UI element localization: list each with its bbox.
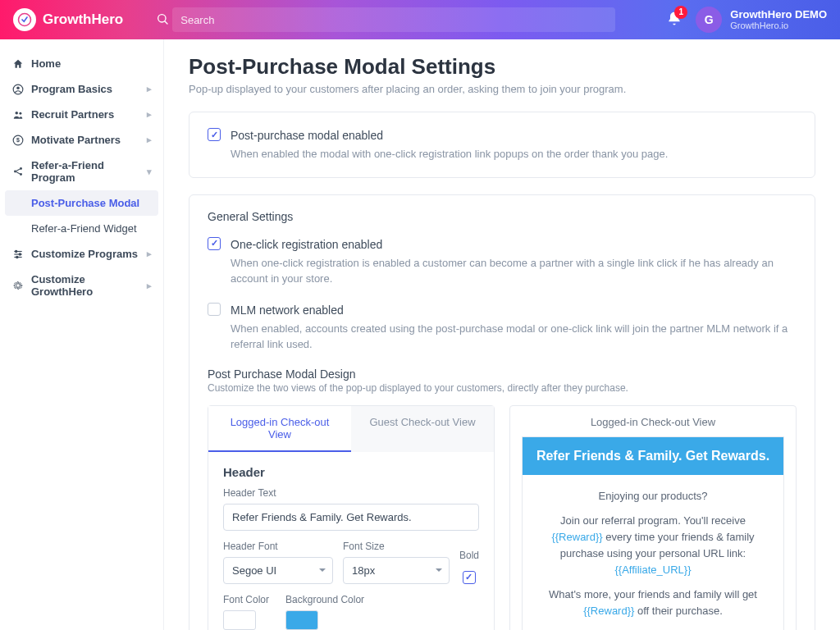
user-menu[interactable]: G GrowthHero DEMO GrowthHero.io [696, 7, 827, 33]
main-content: Post-Purchase Modal Settings Pop-up disp… [164, 39, 840, 630]
dollar-icon: $ [11, 135, 25, 146]
token-reward: {{Reward}} [551, 531, 602, 543]
sidebar-item-label: Home [31, 57, 61, 70]
sidebar-subitem-refer-widget[interactable]: Refer-a-Friend Widget [5, 216, 158, 241]
label-font-size: Font Size [343, 541, 450, 552]
preview-line-1: Enjoying our products? [534, 488, 772, 504]
sliders-icon [11, 249, 25, 260]
checkbox-label: One-click registration enabled [231, 236, 797, 253]
sidebar-item-label: Recruit Partners [31, 108, 114, 121]
sidebar-item-label: Refer-a-Friend Program [31, 159, 140, 184]
swatch-bg-color[interactable] [285, 610, 318, 630]
sidebar-item-label: Customize GrowthHero [31, 273, 140, 298]
chevron-right-icon: ▸ [147, 281, 152, 291]
svg-line-13 [16, 172, 21, 174]
search-wrap [156, 7, 615, 32]
svg-point-5 [16, 111, 19, 114]
label-font-color: Font Color [223, 594, 269, 605]
user-circle-icon [11, 84, 25, 95]
sidebar-item-recruit-partners[interactable]: Recruit Partners ▸ [5, 102, 158, 127]
tab-guest-view[interactable]: Guest Check-out View [351, 406, 494, 452]
page-subtitle: Pop-up displayed to your customers after… [189, 83, 815, 95]
tab-logged-in-view[interactable]: Logged-in Check-out View [208, 406, 351, 452]
preview-title: Logged-in Check-out View [522, 416, 784, 428]
search-input[interactable] [172, 7, 615, 32]
users-icon [11, 109, 25, 121]
user-name: GrowthHero DEMO [730, 8, 827, 21]
avatar: G [696, 7, 722, 33]
label-header-text: Header Text [223, 487, 479, 499]
design-subheading: Customize the two views of the pop-up di… [208, 382, 797, 394]
chevron-right-icon: ▸ [147, 249, 152, 259]
user-subdomain: GrowthHero.io [730, 21, 827, 31]
chevron-down-icon: ▾ [147, 167, 152, 177]
label-bold: Bold [459, 550, 479, 561]
checkbox-description: When one-click registration is enabled a… [231, 255, 797, 287]
group-header: Header [223, 465, 479, 479]
swatch-font-color[interactable] [223, 610, 256, 630]
checkbox-label: MLM network enabled [231, 302, 797, 319]
sidebar-item-label: Program Basics [31, 83, 112, 95]
select-header-font[interactable]: Segoe UI [223, 557, 333, 584]
svg-point-17 [16, 250, 17, 252]
input-header-text[interactable] [223, 504, 479, 531]
section-heading: General Settings [208, 210, 797, 223]
logo[interactable]: GrowthHero [13, 8, 123, 31]
share-icon [11, 166, 25, 177]
top-bar: GrowthHero 1 G GrowthHero DEMO GrowthHer… [0, 0, 840, 39]
card-general-settings: General Settings One-click registration … [189, 194, 815, 631]
sidebar-item-label: Refer-a-Friend Widget [31, 222, 137, 235]
sidebar-subitem-post-purchase-modal[interactable]: Post-Purchase Modal [5, 190, 158, 216]
design-heading: Post Purchase Modal Design [208, 368, 797, 381]
chevron-right-icon: ▸ [147, 109, 152, 120]
label-bg-color: Background Color [285, 594, 364, 605]
svg-point-19 [16, 256, 18, 258]
svg-text:$: $ [16, 137, 20, 144]
sidebar-item-customize-growthhero[interactable]: Customize GrowthHero ▸ [5, 267, 158, 304]
sidebar-item-motivate-partners[interactable]: $ Motivate Partners ▸ [5, 127, 158, 153]
preview-line-2: Join our referral program. You'll receiv… [534, 513, 772, 579]
page-title: Post-Purchase Modal Settings [189, 54, 815, 80]
preview-body: Enjoying our products? Join our referral… [523, 475, 783, 631]
svg-point-6 [19, 112, 21, 114]
search-icon [156, 12, 169, 28]
svg-line-2 [165, 21, 167, 24]
logo-text: GrowthHero [43, 11, 123, 28]
design-tabs: Logged-in Check-out View Guest Check-out… [208, 406, 494, 452]
topbar-right: 1 G GrowthHero DEMO GrowthHero.io [666, 7, 827, 33]
sidebar-item-customize-programs[interactable]: Customize Programs ▸ [5, 241, 158, 267]
notifications-button[interactable]: 1 [666, 11, 682, 30]
home-icon [11, 58, 25, 70]
design-preview: Logged-in Check-out View Refer Friends &… [509, 405, 797, 631]
design-editor: Logged-in Check-out View Guest Check-out… [208, 405, 495, 631]
token-reward: {{Reward}} [583, 605, 634, 617]
notification-badge: 1 [674, 6, 687, 19]
checkbox-mlm-network[interactable] [208, 303, 221, 316]
checkbox-bold[interactable] [463, 571, 476, 584]
label-header-font: Header Font [223, 541, 333, 552]
sidebar-item-refer-a-friend[interactable]: Refer-a-Friend Program ▾ [5, 153, 158, 190]
checkbox-description: When enabled, accounts created using the… [231, 321, 797, 353]
checkbox-modal-enabled[interactable] [208, 128, 221, 141]
preview-line-3: What's more, your friends and family wil… [534, 587, 772, 619]
checkbox-label: Post-purchase modal enabled [231, 127, 668, 144]
input-font-size[interactable]: 18px [343, 557, 450, 584]
preview-header: Refer Friends & Family. Get Rewards. [523, 437, 783, 475]
checkbox-oneclick-registration[interactable] [208, 237, 221, 250]
logo-icon [13, 8, 36, 31]
card-modal-enabled: Post-purchase modal enabled When enabled… [189, 112, 815, 178]
chevron-right-icon: ▸ [147, 84, 152, 94]
sidebar: Home Program Basics ▸ Recruit Partners ▸… [0, 39, 164, 630]
sidebar-item-label: Customize Programs [31, 248, 138, 260]
sidebar-item-home[interactable]: Home [5, 51, 158, 76]
checkbox-description: When enabled the modal with one-click re… [231, 146, 668, 162]
svg-point-4 [16, 86, 20, 89]
gear-icon [11, 280, 25, 291]
sidebar-item-label: Motivate Partners [31, 134, 121, 146]
sidebar-item-label: Post-Purchase Modal [31, 197, 139, 209]
sidebar-item-program-basics[interactable]: Program Basics ▸ [5, 76, 158, 102]
token-affiliate-url: {{Affiliate_URL}} [615, 564, 692, 576]
svg-line-12 [16, 169, 21, 171]
user-text: GrowthHero DEMO GrowthHero.io [730, 8, 827, 32]
chevron-right-icon: ▸ [147, 135, 152, 145]
